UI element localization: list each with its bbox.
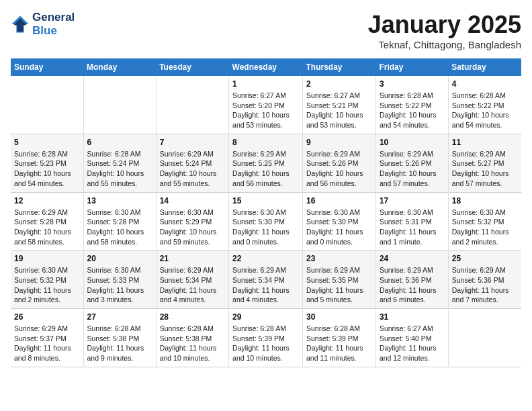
day-number: 6 (87, 138, 152, 147)
day-number: 26 (14, 312, 80, 322)
day-info: Sunrise: 6:29 AM Sunset: 5:28 PM Dayligh… (14, 208, 80, 247)
day-info: Sunrise: 6:29 AM Sunset: 5:34 PM Dayligh… (232, 265, 299, 305)
logo-general: General (32, 11, 75, 24)
day-number: 31 (380, 312, 445, 322)
day-cell: 25Sunrise: 6:29 AM Sunset: 5:36 PM Dayli… (448, 250, 521, 309)
day-number: 20 (87, 254, 152, 263)
day-number: 11 (452, 138, 518, 147)
day-number: 7 (160, 138, 225, 147)
day-cell: 12Sunrise: 6:29 AM Sunset: 5:28 PM Dayli… (11, 192, 83, 250)
day-number: 18 (452, 196, 518, 205)
day-info: Sunrise: 6:28 AM Sunset: 5:22 PM Dayligh… (380, 91, 445, 130)
logo: General Blue (11, 11, 75, 38)
day-cell: 17Sunrise: 6:30 AM Sunset: 5:31 PM Dayli… (375, 192, 448, 250)
day-number: 14 (160, 196, 225, 205)
day-info: Sunrise: 6:27 AM Sunset: 5:21 PM Dayligh… (306, 91, 372, 130)
day-number: 16 (306, 196, 372, 205)
day-number: 12 (14, 196, 80, 205)
day-info: Sunrise: 6:28 AM Sunset: 5:39 PM Dayligh… (232, 324, 299, 363)
day-cell: 29Sunrise: 6:28 AM Sunset: 5:39 PM Dayli… (229, 309, 303, 367)
day-info: Sunrise: 6:30 AM Sunset: 5:33 PM Dayligh… (87, 265, 152, 305)
day-number: 9 (306, 138, 372, 147)
day-info: Sunrise: 6:30 AM Sunset: 5:31 PM Dayligh… (380, 208, 445, 247)
day-number: 27 (87, 312, 152, 322)
col-header-tuesday: Tuesday (156, 58, 228, 76)
day-number: 24 (380, 254, 445, 263)
day-cell: 1Sunrise: 6:27 AM Sunset: 5:20 PM Daylig… (229, 76, 303, 134)
week-row-1: 1Sunrise: 6:27 AM Sunset: 5:20 PM Daylig… (11, 76, 521, 134)
week-row-3: 12Sunrise: 6:29 AM Sunset: 5:28 PM Dayli… (11, 192, 521, 250)
day-cell (11, 76, 83, 134)
day-number: 19 (14, 254, 80, 263)
day-number: 8 (232, 138, 299, 147)
calendar-header: SundayMondayTuesdayWednesdayThursdayFrid… (11, 58, 521, 76)
day-number: 23 (306, 254, 372, 263)
day-cell: 21Sunrise: 6:29 AM Sunset: 5:34 PM Dayli… (156, 250, 228, 309)
day-cell: 9Sunrise: 6:29 AM Sunset: 5:26 PM Daylig… (302, 134, 375, 192)
day-number: 15 (232, 196, 299, 205)
day-info: Sunrise: 6:28 AM Sunset: 5:38 PM Dayligh… (160, 324, 225, 363)
day-cell: 5Sunrise: 6:28 AM Sunset: 5:23 PM Daylig… (11, 134, 83, 192)
week-row-4: 19Sunrise: 6:30 AM Sunset: 5:32 PM Dayli… (11, 250, 521, 309)
day-info: Sunrise: 6:30 AM Sunset: 5:32 PM Dayligh… (14, 265, 80, 305)
day-number: 22 (232, 254, 299, 263)
day-number: 25 (452, 254, 518, 263)
col-header-saturday: Saturday (448, 58, 521, 76)
day-cell (448, 309, 521, 367)
day-info: Sunrise: 6:29 AM Sunset: 5:27 PM Dayligh… (452, 149, 518, 189)
day-info: Sunrise: 6:28 AM Sunset: 5:38 PM Dayligh… (87, 324, 152, 363)
day-cell: 6Sunrise: 6:28 AM Sunset: 5:24 PM Daylig… (83, 134, 156, 192)
day-number: 1 (232, 79, 299, 89)
day-number: 13 (87, 196, 152, 205)
day-info: Sunrise: 6:29 AM Sunset: 5:36 PM Dayligh… (452, 265, 518, 305)
day-info: Sunrise: 6:28 AM Sunset: 5:39 PM Dayligh… (306, 324, 372, 363)
day-cell: 19Sunrise: 6:30 AM Sunset: 5:32 PM Dayli… (11, 250, 83, 309)
day-number: 29 (232, 312, 299, 322)
day-number: 10 (380, 138, 445, 147)
week-row-5: 26Sunrise: 6:29 AM Sunset: 5:37 PM Dayli… (11, 309, 521, 367)
day-info: Sunrise: 6:30 AM Sunset: 5:30 PM Dayligh… (232, 208, 299, 247)
day-cell: 10Sunrise: 6:29 AM Sunset: 5:26 PM Dayli… (375, 134, 448, 192)
week-row-2: 5Sunrise: 6:28 AM Sunset: 5:23 PM Daylig… (11, 134, 521, 192)
day-cell: 2Sunrise: 6:27 AM Sunset: 5:21 PM Daylig… (302, 76, 375, 134)
day-cell: 4Sunrise: 6:28 AM Sunset: 5:22 PM Daylig… (448, 76, 521, 134)
day-cell: 13Sunrise: 6:30 AM Sunset: 5:28 PM Dayli… (83, 192, 156, 250)
day-info: Sunrise: 6:27 AM Sunset: 5:40 PM Dayligh… (380, 324, 445, 363)
day-cell: 28Sunrise: 6:28 AM Sunset: 5:38 PM Dayli… (156, 309, 228, 367)
page-header: General Blue January 2025 Teknaf, Chitta… (11, 11, 521, 50)
day-number: 17 (380, 196, 445, 205)
day-info: Sunrise: 6:27 AM Sunset: 5:20 PM Dayligh… (232, 91, 299, 130)
col-header-monday: Monday (83, 58, 156, 76)
day-info: Sunrise: 6:29 AM Sunset: 5:26 PM Dayligh… (380, 149, 445, 189)
day-cell: 7Sunrise: 6:29 AM Sunset: 5:24 PM Daylig… (156, 134, 228, 192)
day-cell: 11Sunrise: 6:29 AM Sunset: 5:27 PM Dayli… (448, 134, 521, 192)
day-cell: 23Sunrise: 6:29 AM Sunset: 5:35 PM Dayli… (302, 250, 375, 309)
day-cell: 31Sunrise: 6:27 AM Sunset: 5:40 PM Dayli… (375, 309, 448, 367)
day-number: 5 (14, 138, 80, 147)
day-cell: 15Sunrise: 6:30 AM Sunset: 5:30 PM Dayli… (229, 192, 303, 250)
calendar-title: January 2025 (368, 11, 521, 39)
day-cell: 18Sunrise: 6:30 AM Sunset: 5:32 PM Dayli… (448, 192, 521, 250)
logo-blue: Blue (32, 24, 75, 38)
day-number: 28 (160, 312, 225, 322)
day-info: Sunrise: 6:29 AM Sunset: 5:24 PM Dayligh… (160, 149, 225, 189)
day-info: Sunrise: 6:29 AM Sunset: 5:37 PM Dayligh… (14, 324, 80, 363)
day-number: 3 (380, 79, 445, 89)
calendar-subtitle: Teknaf, Chittagong, Bangladesh (368, 39, 521, 50)
col-header-wednesday: Wednesday (229, 58, 303, 76)
day-info: Sunrise: 6:29 AM Sunset: 5:26 PM Dayligh… (306, 149, 372, 189)
day-info: Sunrise: 6:28 AM Sunset: 5:23 PM Dayligh… (14, 149, 80, 189)
day-cell: 3Sunrise: 6:28 AM Sunset: 5:22 PM Daylig… (375, 76, 448, 134)
day-cell: 20Sunrise: 6:30 AM Sunset: 5:33 PM Dayli… (83, 250, 156, 309)
day-cell: 8Sunrise: 6:29 AM Sunset: 5:25 PM Daylig… (229, 134, 303, 192)
day-cell: 22Sunrise: 6:29 AM Sunset: 5:34 PM Dayli… (229, 250, 303, 309)
day-cell: 24Sunrise: 6:29 AM Sunset: 5:36 PM Dayli… (375, 250, 448, 309)
day-info: Sunrise: 6:29 AM Sunset: 5:34 PM Dayligh… (160, 265, 225, 305)
col-header-thursday: Thursday (302, 58, 375, 76)
logo-icon (11, 15, 30, 34)
day-info: Sunrise: 6:28 AM Sunset: 5:22 PM Dayligh… (452, 91, 518, 130)
day-cell: 14Sunrise: 6:30 AM Sunset: 5:29 PM Dayli… (156, 192, 228, 250)
day-info: Sunrise: 6:28 AM Sunset: 5:24 PM Dayligh… (87, 149, 152, 189)
col-header-friday: Friday (375, 58, 448, 76)
day-number: 2 (306, 79, 372, 89)
